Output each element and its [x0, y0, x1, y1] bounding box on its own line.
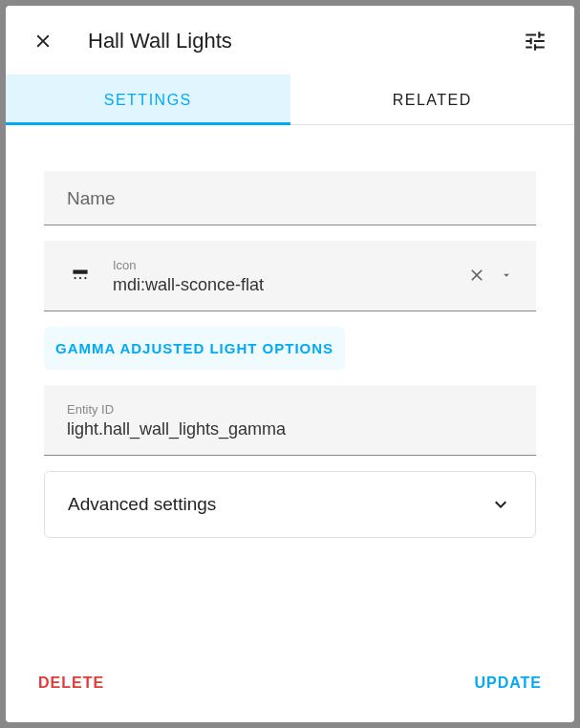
clear-icon-button[interactable]: [467, 266, 486, 289]
delete-button[interactable]: DELETE: [34, 669, 108, 697]
entity-settings-dialog: Hall Wall Lights Settings Related Name I…: [6, 6, 574, 722]
update-button[interactable]: UPDATE: [470, 669, 546, 697]
chevron-down-icon: [489, 493, 512, 516]
dialog-footer: DELETE UPDATE: [6, 650, 574, 722]
delete-button-label: DELETE: [38, 674, 104, 691]
tab-related[interactable]: Related: [290, 75, 575, 124]
close-icon: [467, 266, 486, 285]
menu-down-icon: [500, 268, 513, 282]
tabs: Settings Related: [6, 75, 574, 125]
name-field[interactable]: Name: [44, 171, 536, 225]
icon-field-label: Icon: [113, 258, 448, 272]
icon-field-value: mdi:wall-sconce-flat: [113, 275, 448, 295]
entity-id-field[interactable]: Entity ID light.hall_wall_lights_gamma: [44, 385, 536, 456]
entity-id-field-label: Entity ID: [67, 402, 513, 417]
update-button-label: UPDATE: [474, 674, 542, 691]
dialog-title: Hall Wall Lights: [88, 29, 488, 54]
advanced-settings-expander[interactable]: Advanced settings: [44, 471, 536, 538]
tune-icon: [523, 29, 548, 54]
close-icon: [32, 31, 54, 52]
dropdown-button[interactable]: [500, 268, 513, 286]
wall-sconce-flat-icon: [67, 266, 94, 289]
tune-button[interactable]: [519, 25, 551, 57]
entity-id-field-value: light.hall_wall_lights_gamma: [67, 419, 513, 439]
icon-field[interactable]: Icon mdi:wall-sconce-flat: [44, 241, 536, 311]
name-field-label: Name: [67, 188, 513, 209]
dialog-header: Hall Wall Lights: [6, 6, 574, 75]
dialog-content: Name Icon mdi:wall-sconce-flat: [6, 125, 574, 650]
gamma-section-header: GAMMA ADJUSTED LIGHT OPTIONS: [44, 327, 345, 370]
tab-settings-label: Settings: [104, 92, 192, 108]
advanced-settings-title: Advanced settings: [68, 494, 216, 515]
tab-settings[interactable]: Settings: [6, 75, 290, 124]
close-button[interactable]: [29, 27, 57, 55]
tab-related-label: Related: [393, 92, 472, 108]
